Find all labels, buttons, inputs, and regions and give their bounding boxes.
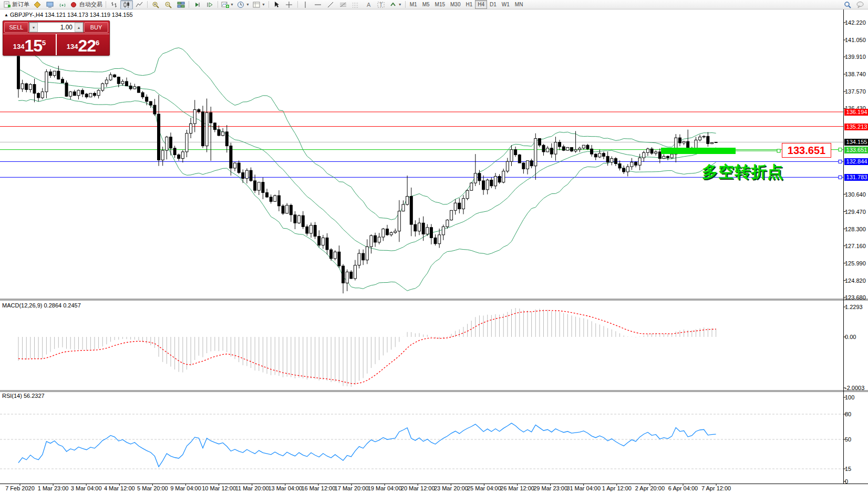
- candle-body: [658, 152, 661, 159]
- price-tick-label: 128.300: [845, 226, 868, 233]
- timeframe-button-m5[interactable]: M5: [420, 0, 432, 9]
- auto-scroll-button[interactable]: [191, 0, 203, 9]
- chart-shift-icon: [206, 1, 214, 8]
- candle-body: [242, 172, 244, 178]
- timeframe-button-m1[interactable]: M1: [407, 0, 420, 9]
- volume-increase-button[interactable]: ▲: [75, 23, 83, 32]
- candle-body: [474, 173, 477, 183]
- hline-handle[interactable]: [839, 148, 842, 151]
- depth-of-market-button[interactable]: [31, 0, 44, 9]
- cursor-icon: [273, 1, 281, 8]
- hline-handle[interactable]: [839, 176, 842, 179]
- candle-body: [542, 145, 545, 152]
- horizontal-line-tool-button[interactable]: [312, 0, 325, 9]
- bar-chart-mode-button[interactable]: [108, 0, 120, 9]
- crosshair-tool-button[interactable]: [283, 0, 296, 9]
- timeframe-button-h4[interactable]: H4: [475, 0, 487, 9]
- dropdown-caret: ▼: [398, 3, 402, 6]
- candle-body: [598, 153, 601, 157]
- cursor-tool-button[interactable]: [271, 0, 283, 9]
- ask-price[interactable]: 134226: [57, 34, 109, 55]
- toolbar-divider: [218, 1, 218, 8]
- search-button[interactable]: [841, 0, 854, 9]
- rsi-tick-label: 15: [845, 466, 868, 473]
- candlestick-mode-button[interactable]: [120, 0, 133, 9]
- text-label-tool-button[interactable]: T: [375, 0, 388, 9]
- candle-body: [594, 154, 597, 157]
- autotrading-button[interactable]: 自动交易: [69, 0, 104, 9]
- templates-button[interactable]: ▼: [251, 0, 267, 9]
- line-chart-mode-button[interactable]: [133, 0, 146, 9]
- turning-point-annotation[interactable]: 多空转折点: [702, 161, 783, 183]
- market-watch-button[interactable]: [44, 0, 56, 9]
- candle-body: [121, 81, 124, 84]
- volume-stepper: ▼ 1.00 ▲: [29, 22, 84, 33]
- tile-windows-button[interactable]: [174, 0, 187, 9]
- timeframe-button-d1[interactable]: D1: [487, 0, 499, 9]
- signals-button[interactable]: [56, 0, 69, 9]
- time-tick-label: 1 Apr 12:00: [602, 485, 632, 491]
- chat-button[interactable]: [854, 0, 866, 9]
- new-order-icon: [3, 1, 11, 8]
- candle-body: [626, 167, 629, 172]
- new-order-button[interactable]: 新订单: [2, 0, 31, 9]
- candle-body: [715, 142, 717, 142]
- candle-body: [205, 112, 208, 146]
- time-tick-label: 19 Mar 04:00: [368, 485, 402, 491]
- bid-price[interactable]: 134155: [3, 34, 57, 55]
- chart-plot-area[interactable]: [0, 0, 868, 493]
- candle-body: [650, 149, 653, 153]
- candle-body: [57, 71, 60, 79]
- timeframe-button-w1[interactable]: W1: [499, 0, 512, 9]
- bollinger-upper-band: [18, 37, 716, 220]
- vertical-line-tool-button[interactable]: [299, 0, 312, 9]
- callout-anchor-square[interactable]: [777, 149, 780, 152]
- candle-body: [506, 161, 509, 171]
- candle-body: [117, 77, 120, 84]
- bar-chart-icon: [110, 1, 118, 8]
- grid-tool-button[interactable]: [350, 0, 363, 9]
- candle-body: [446, 220, 449, 227]
- indicators-button[interactable]: ▼: [220, 0, 235, 9]
- volume-decrease-button[interactable]: ▼: [29, 23, 38, 32]
- hline-handle[interactable]: [839, 160, 842, 163]
- zoom-in-icon: [152, 1, 160, 8]
- new-order-label: 新订单: [12, 1, 29, 8]
- candle-body: [245, 170, 248, 179]
- time-tick-label: 3 Mar 04:00: [71, 485, 102, 491]
- volume-value[interactable]: 1.00: [38, 24, 75, 31]
- candle-body: [454, 203, 457, 210]
- candle-body: [663, 156, 665, 158]
- candle-body: [643, 152, 645, 158]
- candle-body: [611, 159, 613, 162]
- timeframe-button-m15[interactable]: M15: [432, 0, 448, 9]
- fibonacci-tool-button[interactable]: [337, 0, 350, 9]
- ask-pip-digit: 6: [96, 33, 99, 54]
- timeframe-button-m30[interactable]: M30: [448, 0, 463, 9]
- buy-button[interactable]: BUY: [84, 22, 108, 33]
- sell-button[interactable]: SELL: [4, 22, 28, 33]
- price-tick-label: 130.640: [845, 191, 868, 198]
- candle-body: [133, 87, 136, 89]
- candle-body: [586, 145, 589, 149]
- trendline-tool-button[interactable]: [325, 0, 337, 9]
- zoom-in-button[interactable]: [149, 0, 162, 9]
- clock-icon: [237, 1, 245, 8]
- candle-body: [89, 94, 92, 97]
- collapse-triangle-icon[interactable]: ▲: [4, 13, 8, 17]
- chart-shift-button[interactable]: [203, 0, 216, 9]
- candle-body: [366, 246, 368, 260]
- price-callout-box[interactable]: 133.651: [782, 143, 831, 158]
- symbol-quote: 134.121 134.173 134.119 134.155: [45, 12, 132, 18]
- arrows-tool-button[interactable]: ▼: [388, 0, 404, 9]
- text-tool-button[interactable]: A: [363, 0, 375, 9]
- timeframe-button-h1[interactable]: H1: [463, 0, 475, 9]
- zoom-out-button[interactable]: [162, 0, 174, 9]
- rsi-line: [18, 423, 716, 467]
- timeframe-button-mn[interactable]: MN: [512, 0, 526, 9]
- candle-body: [378, 237, 380, 242]
- candle-body: [198, 110, 200, 112]
- support-zone-rectangle[interactable]: [661, 148, 736, 154]
- candle-body: [526, 161, 529, 169]
- periods-button[interactable]: ▼: [235, 0, 251, 9]
